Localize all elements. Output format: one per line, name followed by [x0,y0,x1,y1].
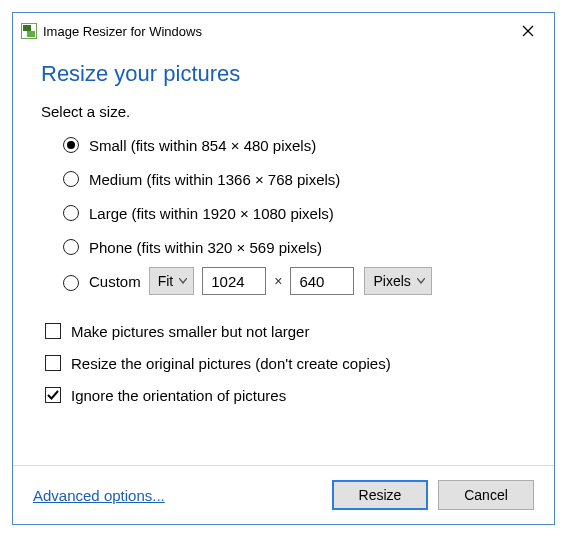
close-icon [522,25,534,37]
unit-select[interactable]: Pixels [364,267,431,295]
check-label: Make pictures smaller but not larger [71,323,309,340]
custom-height-value: 640 [299,273,324,290]
page-heading: Resize your pictures [41,61,526,87]
custom-width-input[interactable]: 1024 [202,267,266,295]
app-icon [21,23,37,39]
resize-button[interactable]: Resize [332,480,428,510]
fit-mode-value: Fit [158,273,174,289]
radio-icon [63,137,79,153]
prompt-label: Select a size. [41,103,526,120]
check-ignore-orientation[interactable]: Ignore the orientation of pictures [45,382,526,408]
window-title: Image Resizer for Windows [43,24,512,39]
unit-value: Pixels [373,273,410,289]
checkbox-icon [45,323,61,339]
size-label: Small (fits within 854 × 480 pixels) [89,137,316,154]
custom-label: Custom [89,273,141,290]
check-resize-original[interactable]: Resize the original pictures (don't crea… [45,350,526,376]
size-label: Large (fits within 1920 × 1080 pixels) [89,205,334,222]
size-label: Phone (fits within 320 × 569 pixels) [89,239,322,256]
close-button[interactable] [512,19,544,43]
check-smaller-only[interactable]: Make pictures smaller but not larger [45,318,526,344]
check-label: Ignore the orientation of pictures [71,387,286,404]
radio-icon [63,205,79,221]
size-options: Small (fits within 854 × 480 pixels) Med… [63,130,526,300]
radio-icon [63,171,79,187]
svg-rect-2 [27,31,35,37]
size-option-custom: Custom Fit 1024 × 640 Pixels [63,266,526,296]
checkbox-icon [45,387,61,403]
checkbox-icon [45,355,61,371]
size-label: Medium (fits within 1366 × 768 pixels) [89,171,340,188]
fit-mode-select[interactable]: Fit [149,267,195,295]
svg-rect-1 [23,25,31,31]
chevron-down-icon [417,278,425,284]
size-option-large[interactable]: Large (fits within 1920 × 1080 pixels) [63,198,526,228]
chevron-down-icon [179,278,187,284]
titlebar: Image Resizer for Windows [13,13,554,47]
advanced-options-link[interactable]: Advanced options... [33,487,322,504]
size-option-small[interactable]: Small (fits within 854 × 480 pixels) [63,130,526,160]
check-label: Resize the original pictures (don't crea… [71,355,391,372]
size-option-phone[interactable]: Phone (fits within 320 × 569 pixels) [63,232,526,262]
radio-icon [63,239,79,255]
dialog: Image Resizer for Windows Resize your pi… [12,12,555,525]
dialog-footer: Advanced options... Resize Cancel [13,465,554,524]
cancel-button[interactable]: Cancel [438,480,534,510]
size-option-medium[interactable]: Medium (fits within 1366 × 768 pixels) [63,164,526,194]
times-label: × [274,273,282,289]
options-group: Make pictures smaller but not larger Res… [45,318,526,414]
radio-icon[interactable] [63,275,79,291]
dialog-body: Resize your pictures Select a size. Smal… [13,47,554,465]
custom-height-input[interactable]: 640 [290,267,354,295]
custom-width-value: 1024 [211,273,244,290]
